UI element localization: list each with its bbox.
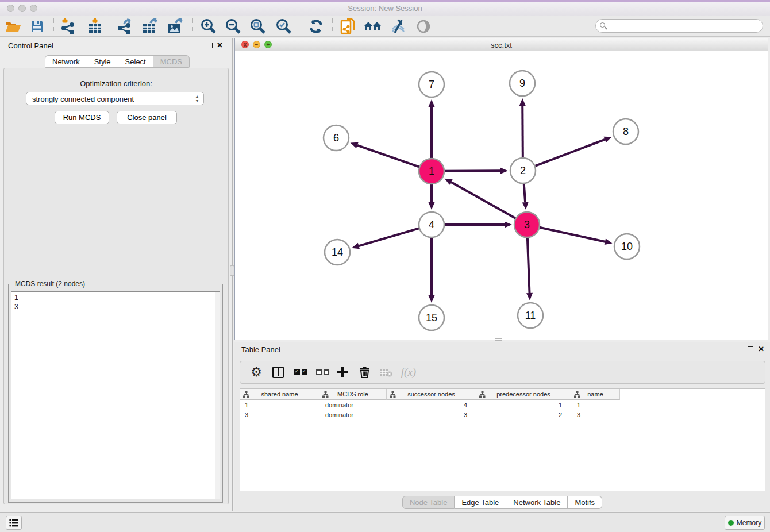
hierarchy-icon: [322, 391, 329, 398]
export-table-icon[interactable]: [140, 17, 160, 36]
network-window-titlebar[interactable]: x − + scc.txt: [235, 38, 768, 51]
table-cell[interactable]: 1: [476, 400, 571, 410]
save-session-icon[interactable]: [28, 17, 47, 36]
status-bar: Memory: [0, 512, 770, 532]
memory-button[interactable]: Memory: [725, 516, 765, 530]
toolbar-separator: [53, 18, 54, 34]
show-all-eye-icon[interactable]: [414, 17, 433, 36]
table-cell[interactable]: 1: [571, 400, 620, 410]
tab-motifs[interactable]: Motifs: [568, 496, 602, 509]
new-network-from-selection-icon[interactable]: [338, 17, 358, 36]
table-cell[interactable]: dominator: [319, 400, 387, 410]
toggle-columns-icon[interactable]: [270, 361, 286, 383]
graph-edge-1-2[interactable]: [443, 171, 500, 171]
table-cell[interactable]: dominator: [319, 410, 387, 420]
table-panel: Table Panel ✕ ⚙ f(x) shared nameMCDS rol…: [234, 342, 770, 511]
zoom-out-icon[interactable]: [224, 17, 243, 36]
column-header-MCDS-role[interactable]: MCDS role: [319, 389, 387, 400]
zoom-selected-icon[interactable]: [274, 17, 294, 36]
column-header-predecessor-nodes[interactable]: predecessor nodes: [476, 389, 571, 400]
table-panel-float-icon[interactable]: [748, 346, 753, 352]
result-scrollbar[interactable]: [215, 292, 220, 499]
table-panel-close-icon[interactable]: ✕: [758, 346, 764, 353]
delete-column-trash-icon[interactable]: [356, 361, 372, 383]
criterion-select[interactable]: strongly connected component ▲▼: [26, 92, 204, 105]
search-box: [595, 19, 763, 33]
graph-edge-3-10[interactable]: [538, 227, 605, 241]
column-header-label: predecessor nodes: [496, 391, 550, 398]
graph-node-label-1: 1: [429, 165, 434, 177]
graph-edge-2-3[interactable]: [523, 182, 525, 202]
tab-node-table[interactable]: Node Table: [402, 496, 455, 509]
mcds-result-textarea[interactable]: 1 3: [11, 291, 220, 499]
home-layout-icon[interactable]: [363, 17, 383, 36]
graph-node-label-3: 3: [524, 219, 530, 230]
run-mcds-button[interactable]: Run MCDS: [55, 111, 109, 124]
graph-arrowhead-4-15: [429, 295, 435, 303]
hierarchy-icon: [390, 391, 396, 398]
hide-selected-eye-icon[interactable]: [388, 17, 408, 36]
export-network-icon[interactable]: [116, 17, 135, 36]
tab-style[interactable]: Style: [87, 55, 118, 68]
table-cell[interactable]: 3: [571, 410, 620, 420]
table-cell[interactable]: 3: [240, 410, 319, 420]
network-window-title: scc.txt: [235, 41, 768, 49]
open-session-icon[interactable]: [3, 17, 23, 36]
table-cell[interactable]: 2: [476, 410, 571, 420]
delete-table-icon: [378, 361, 395, 383]
graph-edge-3-1[interactable]: [451, 182, 517, 219]
tab-network-table[interactable]: Network Table: [506, 496, 568, 509]
tab-mcds[interactable]: MCDS: [153, 55, 190, 68]
function-builder-icon: f(x): [399, 361, 418, 383]
column-header-successor-nodes[interactable]: successor nodes: [387, 389, 476, 400]
select-all-checkboxes-icon[interactable]: [292, 361, 309, 383]
graph-arrowhead-4-3: [505, 222, 512, 228]
graph-node-label-2: 2: [520, 165, 526, 176]
optimization-criterion-label: Optimization criterion:: [4, 79, 228, 88]
graph-node-label-7: 7: [429, 79, 434, 90]
refresh-icon[interactable]: [306, 17, 326, 36]
toolbar-separator: [192, 18, 193, 34]
application-window: Session: New Session: [0, 0, 770, 532]
import-table-icon[interactable]: [85, 17, 105, 36]
graph-edge-1-6[interactable]: [357, 145, 421, 168]
deselect-all-checkboxes-icon[interactable]: [314, 361, 331, 383]
table-cell[interactable]: 1: [240, 400, 319, 410]
column-header-label: shared name: [261, 391, 298, 398]
tab-edge-table[interactable]: Edge Table: [455, 496, 506, 509]
control-panel-close-icon[interactable]: ✕: [217, 42, 223, 49]
graph-edge-4-14[interactable]: [359, 228, 420, 246]
task-history-button[interactable]: [6, 516, 22, 530]
graph-node-label-9: 9: [519, 78, 525, 89]
graph-arrowhead-4-14: [352, 243, 360, 249]
import-network-icon[interactable]: [59, 17, 79, 36]
settings-gear-icon[interactable]: ⚙: [248, 361, 264, 383]
table-cell[interactable]: 4: [387, 400, 476, 410]
graph-edge-3-11[interactable]: [528, 236, 530, 293]
criterion-value: strongly connected component: [32, 95, 134, 103]
graph-edge-2-9[interactable]: [522, 106, 523, 159]
search-input[interactable]: [609, 21, 758, 31]
graph-edge-2-8[interactable]: [534, 140, 605, 167]
zoom-in-icon[interactable]: [199, 17, 218, 36]
tab-network[interactable]: Network: [45, 55, 87, 68]
network-canvas[interactable]: 7968124314101511: [235, 51, 768, 340]
graph-node-label-15: 15: [426, 312, 437, 323]
control-panel-float-icon[interactable]: [207, 43, 213, 48]
node-table: shared nameMCDS rolesuccessor nodesprede…: [240, 388, 765, 491]
close-panel-button[interactable]: Close panel: [117, 111, 177, 124]
tab-select[interactable]: Select: [118, 55, 153, 68]
list-icon: [9, 519, 18, 527]
graph-node-label-10: 10: [621, 241, 633, 252]
graph-arrowhead-1-7: [429, 99, 435, 107]
export-image-icon[interactable]: [165, 17, 185, 36]
toolbar-separator: [301, 18, 301, 34]
network-resize-handle[interactable]: [495, 338, 502, 341]
column-header-shared-name[interactable]: shared name: [240, 389, 319, 400]
table-cell[interactable]: 3: [387, 410, 476, 420]
column-header-name[interactable]: name: [571, 389, 620, 400]
panel-splitter-handle[interactable]: [230, 265, 234, 276]
add-column-icon[interactable]: [334, 361, 351, 383]
hierarchy-icon: [574, 391, 580, 398]
zoom-fit-icon[interactable]: [248, 17, 268, 36]
